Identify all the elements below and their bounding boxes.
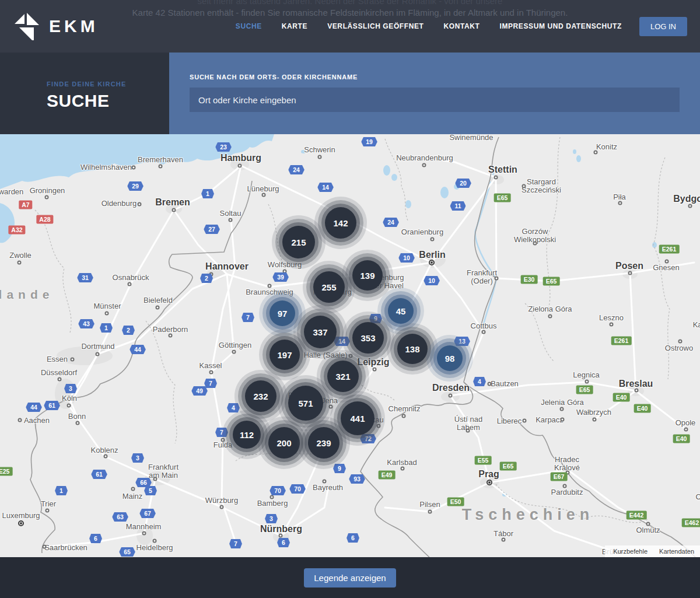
map-canvas[interactable]: TschechienlandeSchwerinHamburgNeubranden… xyxy=(0,134,700,557)
city-dot xyxy=(665,260,669,264)
city-dot xyxy=(169,334,173,338)
church-cluster-marker[interactable]: 197 xyxy=(270,340,300,370)
city-dot xyxy=(522,184,526,188)
lakes xyxy=(301,149,657,496)
city-dot xyxy=(153,539,157,543)
city-dot xyxy=(43,545,47,549)
city-dot xyxy=(466,429,470,433)
city-dot xyxy=(128,282,132,286)
city-dot xyxy=(105,312,109,316)
church-cluster-marker[interactable]: 441 xyxy=(341,401,374,435)
city-dot xyxy=(488,382,492,386)
city-dot xyxy=(610,323,614,327)
city-dot xyxy=(585,380,589,384)
city-dot xyxy=(132,166,136,170)
logo-text: EKM xyxy=(49,16,99,36)
capital-city-dot xyxy=(18,520,24,526)
city-dot xyxy=(533,242,537,246)
city-dot xyxy=(131,487,135,491)
church-cluster-marker[interactable]: 232 xyxy=(245,380,276,412)
church-cluster-marker[interactable]: 112 xyxy=(233,421,261,449)
nav-item-impressum-und-datenschutz[interactable]: IMPRESSUM UND DATENSCHUTZ xyxy=(499,22,621,30)
city-dot xyxy=(618,201,622,205)
city-dot xyxy=(560,407,564,411)
city-dot xyxy=(563,484,567,488)
city-dot xyxy=(46,509,50,513)
city-dot xyxy=(232,350,236,354)
city-dot xyxy=(628,271,632,275)
page-background-text: seit mehr als tausend Jahren. Neben der … xyxy=(0,0,700,18)
search-input[interactable] xyxy=(190,88,680,112)
ekm-cross-icon xyxy=(13,12,41,40)
city-dot xyxy=(495,277,499,281)
church-cluster-marker[interactable]: 200 xyxy=(268,427,300,459)
city-dot xyxy=(283,270,287,274)
city-dot xyxy=(18,261,22,265)
search-panel: SUCHE NACH DEM ORTS- ODER KIRCHENNAME xyxy=(169,53,700,134)
church-cluster-marker[interactable]: 139 xyxy=(352,260,383,291)
city-dot xyxy=(377,424,381,428)
map-data-link[interactable]: Kartendaten xyxy=(659,548,694,555)
church-cluster-marker[interactable]: 239 xyxy=(308,427,340,459)
background-text-line1: seit mehr als tausend Jahren. Neben der … xyxy=(0,0,700,6)
sidebar-eyebrow: FINDE DEINE KIRCHE xyxy=(47,81,169,88)
city-dot xyxy=(402,414,406,418)
city-dot xyxy=(262,193,266,197)
city-dot xyxy=(45,195,49,200)
city-dot xyxy=(104,454,108,459)
city-dot xyxy=(373,368,377,372)
city-dot xyxy=(323,480,327,484)
city-dot xyxy=(229,218,233,222)
city-dot xyxy=(270,495,274,499)
church-cluster-marker[interactable]: 142 xyxy=(325,207,356,239)
login-button[interactable]: LOG IN xyxy=(639,17,687,36)
city-dot xyxy=(156,306,160,310)
city-dot xyxy=(684,428,688,432)
nav-item-kontakt[interactable]: KONTAKT xyxy=(444,22,480,30)
city-dot xyxy=(71,358,75,362)
top-navbar: seit mehr als tausend Jahren. Neben der … xyxy=(0,0,700,53)
church-cluster-marker[interactable]: 571 xyxy=(288,386,323,421)
city-dot xyxy=(688,204,692,208)
page-title: SUCHE xyxy=(47,91,169,111)
city-dot xyxy=(561,418,565,422)
search-label: SUCHE NACH DEM ORTS- ODER KIRCHENNAME xyxy=(190,74,680,81)
show-legend-button[interactable]: Legende anzeigen xyxy=(304,568,396,587)
church-cluster-marker[interactable]: 138 xyxy=(397,334,428,364)
church-cluster-marker[interactable]: 255 xyxy=(313,271,345,303)
keyboard-shortcuts-link[interactable]: Kurzbefehle xyxy=(613,548,648,555)
capital-city-dot xyxy=(487,480,492,485)
church-cluster-marker[interactable]: 98 xyxy=(437,345,463,371)
ijsselmeer-water xyxy=(0,203,15,243)
city-dot xyxy=(153,477,158,481)
city-dot xyxy=(58,377,62,382)
city-dot xyxy=(594,151,598,155)
city-dot xyxy=(449,394,453,398)
church-cluster-marker[interactable]: 215 xyxy=(282,226,315,258)
city-dot xyxy=(238,164,242,168)
main-nav: SUCHEKARTEVERLÄSSLICH GEÖFFNETKONTAKTIMP… xyxy=(236,22,622,30)
city-dot xyxy=(279,534,283,538)
city-dot xyxy=(220,505,224,509)
background-text-line2: Karte 42 Stationen enthält - finden Sie … xyxy=(0,8,700,18)
nav-item-suche[interactable]: SUCHE xyxy=(236,22,262,30)
city-dot xyxy=(142,531,146,536)
city-dot xyxy=(67,404,71,408)
city-dot xyxy=(635,389,639,393)
nav-item-verl-sslich-ge-ffnet[interactable]: VERLÄSSLICH GEÖFFNET xyxy=(327,22,424,30)
city-dot xyxy=(523,419,527,423)
region-borders xyxy=(35,137,670,523)
city-dot xyxy=(172,208,176,212)
nav-item-karte[interactable]: KARTE xyxy=(282,22,307,30)
city-dot xyxy=(209,272,214,277)
church-cluster-marker[interactable]: 97 xyxy=(270,300,295,326)
church-cluster-marker[interactable]: 353 xyxy=(352,322,384,354)
city-dot xyxy=(268,284,272,288)
ekm-logo[interactable]: EKM xyxy=(13,12,99,40)
city-dot xyxy=(502,538,506,542)
city-dot xyxy=(678,340,682,344)
city-dot xyxy=(482,330,486,334)
church-cluster-marker[interactable]: 321 xyxy=(327,361,359,392)
church-cluster-marker[interactable]: 337 xyxy=(304,316,337,348)
church-cluster-marker[interactable]: 45 xyxy=(388,298,414,324)
